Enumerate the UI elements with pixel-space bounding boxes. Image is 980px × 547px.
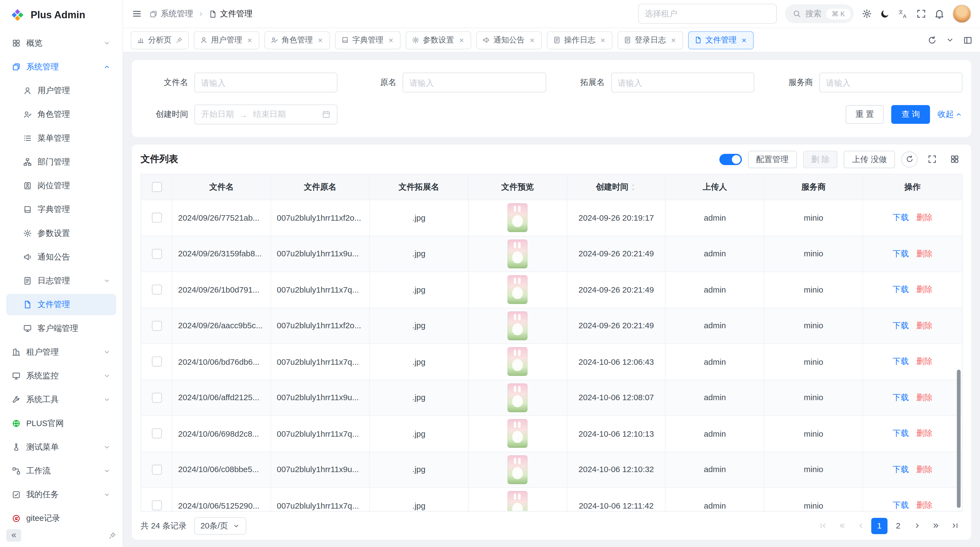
pin-icon[interactable] <box>175 37 182 43</box>
filter-input-2[interactable] <box>611 72 754 92</box>
download-link[interactable]: 下载 <box>892 464 909 475</box>
download-link[interactable]: 下载 <box>892 500 909 511</box>
date-range-input[interactable]: 开始日期 → 结束日期 <box>194 104 337 124</box>
sidebar-item-15[interactable]: 系统工具 <box>6 389 116 410</box>
hamburger-icon[interactable] <box>132 9 142 19</box>
download-link[interactable]: 下载 <box>892 284 909 295</box>
global-search[interactable]: 搜索 ⌘ K <box>785 4 854 23</box>
sidebar-item-1[interactable]: 系统管理 <box>6 56 116 78</box>
tenant-select[interactable]: 选择租户 <box>638 4 776 24</box>
delete-link[interactable]: 删除 <box>916 212 932 223</box>
jump-forward-button[interactable] <box>928 518 944 534</box>
close-icon[interactable] <box>317 37 323 43</box>
row-checkbox[interactable] <box>152 249 162 259</box>
notifications-bell-icon[interactable] <box>934 9 944 19</box>
upload-button[interactable]: 上传 没做 <box>844 150 895 168</box>
sidebar-item-4[interactable]: 菜单管理 <box>6 128 116 149</box>
file-preview-image[interactable] <box>508 419 527 448</box>
sidebar-item-11[interactable]: 文件管理 <box>6 294 116 315</box>
tab-6[interactable]: 操作日志 <box>547 31 612 49</box>
sidebar-item-6[interactable]: 岗位管理 <box>6 175 116 196</box>
tabs-dropdown-icon[interactable] <box>946 36 955 45</box>
breadcrumb-item-system[interactable]: 系统管理 <box>150 8 193 19</box>
close-icon[interactable] <box>670 37 676 43</box>
file-preview-image[interactable] <box>508 311 527 340</box>
tab-0[interactable]: 分析页 <box>130 31 188 49</box>
breadcrumb-item-files[interactable]: 文件管理 <box>209 8 253 19</box>
sidebar-item-19[interactable]: 我的任务 <box>6 484 116 506</box>
query-button[interactable]: 查 询 <box>891 105 930 124</box>
delete-link[interactable]: 删除 <box>916 464 932 475</box>
tabs-refresh-icon[interactable] <box>928 35 937 45</box>
dark-mode-moon-icon[interactable] <box>880 9 890 19</box>
download-link[interactable]: 下载 <box>892 356 909 367</box>
tab-2[interactable]: 角色管理 <box>264 31 330 49</box>
tab-7[interactable]: 登录日志 <box>617 31 683 49</box>
sidebar-collapse-button[interactable] <box>6 529 21 542</box>
jump-back-button[interactable] <box>834 518 850 534</box>
settings-gear-icon[interactable] <box>862 9 872 19</box>
download-link[interactable]: 下载 <box>892 212 909 223</box>
tab-4[interactable]: 参数设置 <box>405 31 471 49</box>
download-link[interactable]: 下载 <box>892 392 909 403</box>
delete-button[interactable]: 删 除 <box>803 150 838 168</box>
row-checkbox[interactable] <box>152 213 162 223</box>
table-fullscreen-icon[interactable] <box>924 151 940 167</box>
download-link[interactable]: 下载 <box>892 428 909 439</box>
row-checkbox[interactable] <box>152 392 162 403</box>
table-refresh-icon[interactable] <box>901 151 918 167</box>
sidebar-pin-icon[interactable] <box>108 531 116 539</box>
sidebar-item-20[interactable]: gitee记录 <box>6 508 116 523</box>
sidebar-item-2[interactable]: 用户管理 <box>6 80 116 101</box>
row-checkbox[interactable] <box>152 321 162 331</box>
sidebar-item-10[interactable]: 日志管理 <box>6 270 116 292</box>
select-all-checkbox[interactable] <box>152 182 162 192</box>
fullscreen-icon[interactable] <box>916 9 926 19</box>
page-button-1[interactable]: 1 <box>871 518 888 534</box>
sidebar-item-18[interactable]: 工作流 <box>6 460 116 482</box>
row-checkbox[interactable] <box>152 429 162 439</box>
row-checkbox[interactable] <box>152 357 162 367</box>
tab-5[interactable]: 通知公告 <box>476 31 541 49</box>
close-icon[interactable] <box>458 37 465 43</box>
delete-link[interactable]: 删除 <box>916 356 932 367</box>
sidebar-item-9[interactable]: 通知公告 <box>6 247 116 268</box>
file-preview-image[interactable] <box>508 347 527 376</box>
toolbar-toggle[interactable] <box>719 154 742 165</box>
file-preview-image[interactable] <box>508 383 527 412</box>
sidebar-item-7[interactable]: 字典管理 <box>6 199 116 220</box>
file-preview-image[interactable] <box>508 239 527 268</box>
sort-icons[interactable] <box>630 184 636 190</box>
next-page-button[interactable] <box>909 518 925 534</box>
delete-link[interactable]: 删除 <box>916 500 932 511</box>
tab-3[interactable]: 字典管理 <box>334 31 400 49</box>
sidebar-item-12[interactable]: 客户端管理 <box>6 317 116 339</box>
delete-link[interactable]: 删除 <box>916 392 932 403</box>
delete-link[interactable]: 删除 <box>916 284 932 295</box>
column-header[interactable]: 创建时间 <box>567 175 666 200</box>
page-button-2[interactable]: 2 <box>890 518 906 534</box>
row-checkbox[interactable] <box>152 285 162 295</box>
tab-1[interactable]: 用户管理 <box>194 31 259 49</box>
sidebar-item-13[interactable]: 租户管理 <box>6 341 116 363</box>
sidebar-item-17[interactable]: 测试菜单 <box>6 437 116 458</box>
last-page-button[interactable] <box>946 518 963 534</box>
filter-input-3[interactable] <box>819 72 962 92</box>
sidebar-item-0[interactable]: 概览 <box>6 32 116 54</box>
user-avatar[interactable] <box>953 4 971 23</box>
sidebar-item-3[interactable]: 角色管理 <box>6 104 116 125</box>
delete-link[interactable]: 删除 <box>916 320 932 331</box>
file-preview-image[interactable] <box>508 491 527 511</box>
close-icon[interactable] <box>528 37 535 43</box>
download-link[interactable]: 下载 <box>892 248 909 259</box>
download-link[interactable]: 下载 <box>892 320 909 331</box>
sidebar-item-5[interactable]: 部门管理 <box>6 152 116 173</box>
close-icon[interactable] <box>246 37 253 43</box>
file-preview-image[interactable] <box>508 276 527 304</box>
close-icon[interactable] <box>740 37 747 43</box>
sidebar-item-8[interactable]: 参数设置 <box>6 223 116 244</box>
first-page-button[interactable] <box>815 518 831 534</box>
delete-link[interactable]: 删除 <box>916 428 932 439</box>
row-checkbox[interactable] <box>152 464 162 475</box>
collapse-filters-link[interactable]: 收起 <box>937 109 963 120</box>
